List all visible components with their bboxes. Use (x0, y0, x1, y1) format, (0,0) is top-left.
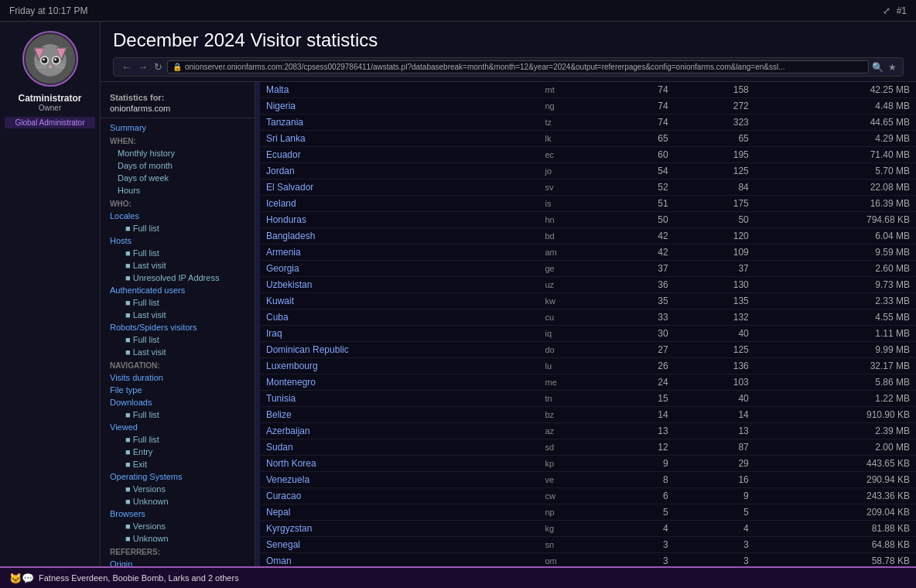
nav-item-locales-full[interactable]: ■ Full list (101, 222, 255, 234)
table-row[interactable]: Armenia am 42 109 9.59 MB (260, 244, 916, 261)
col4-cell: 175 (675, 196, 755, 212)
nav-section-who: Who: (101, 197, 255, 210)
nav-item-os[interactable]: Operating Systems (101, 470, 255, 483)
table-row[interactable]: Iceland is 51 175 16.39 MB (260, 196, 916, 212)
table-row[interactable]: Georgia ge 37 37 2.60 MB (260, 261, 916, 277)
forward-button[interactable]: → (136, 61, 149, 73)
size-cell: 6.04 MB (755, 228, 916, 244)
nav-item-viewed[interactable]: Viewed (101, 421, 255, 433)
nav-item-os-versions[interactable]: ■ Versions (101, 483, 255, 495)
window-number: #1 (897, 5, 907, 16)
nav-item-origin[interactable]: Origin (101, 558, 255, 566)
col4-cell: 40 (675, 391, 755, 407)
table-row[interactable]: Uzbekistan uz 36 130 9.73 MB (260, 277, 916, 293)
country-cell: Azerbaijan (260, 423, 538, 439)
nav-item-viewed-full[interactable]: ■ Full list (101, 433, 255, 446)
col3-cell: 15 (609, 391, 675, 407)
nav-item-robots-full[interactable]: ■ Full list (101, 333, 255, 346)
table-row[interactable]: Iraq iq 30 40 1.11 MB (260, 326, 916, 342)
code-cell: om (538, 553, 608, 567)
search-icon[interactable]: 🔍 (872, 62, 884, 73)
col4-cell: 158 (675, 82, 755, 98)
table-row[interactable]: Sudan sd 12 87 2.00 MB (260, 439, 916, 456)
col4-cell: 109 (675, 244, 755, 261)
nav-item-days-of-week[interactable]: Days of week (101, 172, 255, 184)
table-row[interactable]: Curacao cw 6 9 243.36 KB (260, 488, 916, 504)
table-row[interactable]: Cuba cu 33 132 4.55 MB (260, 309, 916, 326)
table-row[interactable]: Dominican Republic do 27 125 9.99 MB (260, 342, 916, 358)
size-cell: 9.99 MB (755, 342, 916, 358)
top-bar: Friday at 10:17 PM ⤢ #1 (0, 0, 916, 22)
table-row[interactable]: Nepal np 5 5 209.04 KB (260, 504, 916, 521)
table-row[interactable]: Bangladesh bd 42 120 6.04 MB (260, 228, 916, 244)
table-row[interactable]: Kuwait kw 35 135 2.33 MB (260, 293, 916, 309)
country-cell: Curacao (260, 488, 538, 504)
col4-cell: 125 (675, 163, 755, 179)
nav-item-auth-last[interactable]: ■ Last visit (101, 309, 255, 321)
nav-item-hosts-full[interactable]: ■ Full list (101, 247, 255, 259)
nav-item-hosts[interactable]: Hosts (101, 234, 255, 247)
table-row[interactable]: Kyrgyzstan kg 4 4 81.88 KB (260, 521, 916, 537)
table-row[interactable]: Tunisia tn 15 40 1.22 MB (260, 391, 916, 407)
country-cell: Kuwait (260, 293, 538, 309)
nav-item-robots[interactable]: Robots/Spiders visitors (101, 321, 255, 333)
table-row[interactable]: Nigeria ng 74 272 4.48 MB (260, 98, 916, 115)
share-icon[interactable]: ⤢ (883, 5, 890, 16)
country-cell: North Korea (260, 456, 538, 472)
nav-item-summary[interactable]: Summary (101, 121, 255, 134)
nav-item-browsers-unknown[interactable]: ■ Unknown (101, 532, 255, 545)
nav-item-viewed-entry[interactable]: ■ Entry (101, 446, 255, 458)
col4-cell: 5 (675, 504, 755, 521)
nav-item-browsers[interactable]: Browsers (101, 508, 255, 520)
table-row[interactable]: North Korea kp 9 29 443.65 KB (260, 456, 916, 472)
nav-item-downloads-full[interactable]: ■ Full list (101, 409, 255, 421)
table-row[interactable]: Honduras hn 50 50 794.68 KB (260, 212, 916, 228)
country-cell: Belize (260, 407, 538, 423)
country-cell: Iceland (260, 196, 538, 212)
table-row[interactable]: Sri Lanka lk 65 65 4.29 MB (260, 131, 916, 147)
col3-cell: 54 (609, 163, 675, 179)
nav-item-auth-users[interactable]: Authenticated users (101, 284, 255, 296)
nav-item-downloads[interactable]: Downloads (101, 396, 255, 409)
table-row[interactable]: Jordan jo 54 125 5.70 MB (260, 163, 916, 179)
code-cell: mt (538, 82, 608, 98)
col4-cell: 3 (675, 537, 755, 553)
nav-item-viewed-exit[interactable]: ■ Exit (101, 458, 255, 470)
table-row[interactable]: Oman om 3 3 58.78 KB (260, 553, 916, 567)
nav-item-monthly-history[interactable]: Monthly history (101, 147, 255, 159)
table-row[interactable]: Venezuela ve 8 16 290.94 KB (260, 472, 916, 488)
nav-item-hours[interactable]: Hours (101, 184, 255, 197)
nav-item-visits-duration[interactable]: Visits duration (101, 371, 255, 384)
data-panel[interactable]: Malta mt 74 158 42.25 MB Nigeria ng 74 2… (260, 82, 916, 566)
nav-item-auth-full[interactable]: ■ Full list (101, 296, 255, 309)
nav-item-file-type[interactable]: File type (101, 384, 255, 396)
url-bar[interactable]: 🔒 onionserver.onionfarms.com:2083/cpsess… (167, 60, 869, 74)
table-row[interactable]: Montenegro me 24 103 5.86 MB (260, 374, 916, 391)
table-row[interactable]: Belize bz 14 14 910.90 KB (260, 407, 916, 423)
nav-item-robots-last[interactable]: ■ Last visit (101, 346, 255, 358)
col4-cell: 16 (675, 472, 755, 488)
table-row[interactable]: Malta mt 74 158 42.25 MB (260, 82, 916, 98)
nav-item-browsers-versions[interactable]: ■ Versions (101, 520, 255, 532)
nav-item-unresolved-ip[interactable]: ■ Unresolved IP Address (101, 272, 255, 284)
nav-item-os-unknown[interactable]: ■ Unknown (101, 495, 255, 508)
table-row[interactable]: Luxembourg lu 26 136 32.17 MB (260, 358, 916, 374)
table-row[interactable]: El Salvador sv 52 84 22.08 MB (260, 179, 916, 196)
col4-cell: 130 (675, 277, 755, 293)
nav-item-days-of-month[interactable]: Days of month (101, 159, 255, 172)
col4-cell: 120 (675, 228, 755, 244)
nav-item-locales[interactable]: Locales (101, 210, 255, 222)
table-row[interactable]: Senegal sn 3 3 64.88 KB (260, 537, 916, 553)
table-row[interactable]: Azerbaijan az 13 13 2.39 MB (260, 423, 916, 439)
bookmark-icon[interactable]: ★ (888, 62, 897, 73)
table-row[interactable]: Ecuador ec 60 195 71.40 MB (260, 147, 916, 163)
col3-cell: 30 (609, 326, 675, 342)
size-cell: 2.00 MB (755, 439, 916, 456)
reload-button[interactable]: ↻ (152, 61, 164, 73)
back-button[interactable]: ← (120, 61, 133, 73)
table-row[interactable]: Tanzania tz 74 323 44.65 MB (260, 115, 916, 131)
country-cell: Malta (260, 82, 538, 98)
col3-cell: 14 (609, 407, 675, 423)
nav-item-hosts-last[interactable]: ■ Last visit (101, 259, 255, 272)
size-cell: 794.68 KB (755, 212, 916, 228)
